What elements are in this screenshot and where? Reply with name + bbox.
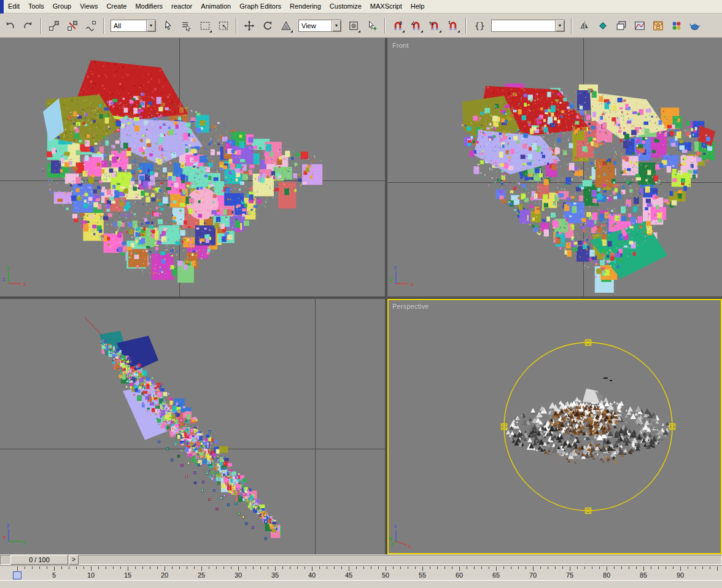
viewport-left[interactable]: zyx [0, 299, 385, 554]
rectangular-selection-icon[interactable] [197, 18, 213, 34]
menu-rendering[interactable]: Rendering [285, 0, 325, 13]
window-crossing-icon[interactable] [215, 18, 231, 34]
viewport-canvas-left[interactable] [0, 299, 385, 554]
render-setup-icon[interactable] [687, 18, 703, 34]
ruler-tick [526, 567, 526, 569]
next-frame-button[interactable]: > [69, 555, 79, 565]
ruler-tick [518, 567, 519, 569]
select-and-scale-icon[interactable] [278, 18, 294, 34]
chevron-down-icon[interactable]: ▼ [555, 20, 564, 31]
menu-maxscript[interactable]: MAXScript [366, 0, 406, 13]
ruler-tick [246, 567, 246, 569]
layer-manager-icon[interactable] [613, 18, 629, 34]
named-selection-sets-icon[interactable]: {} [471, 18, 487, 34]
ruler-label-80: 80 [603, 571, 610, 579]
curve-editor-icon[interactable] [632, 18, 648, 34]
main-toolbar: All▼View▼3%{}▼ [0, 14, 722, 38]
spinner-snap-icon[interactable] [445, 18, 461, 34]
ruler-tick [717, 567, 718, 571]
svg-text:z: z [7, 523, 10, 528]
viewport-perspective[interactable]: Perspective zxy [387, 299, 722, 554]
ruler-tick [651, 567, 651, 569]
menu-create[interactable]: Create [102, 0, 131, 13]
unlink-selection-icon[interactable] [64, 18, 80, 34]
viewport-label-front[interactable]: Front [392, 42, 409, 49]
time-slider[interactable]: 0 / 100 > [0, 554, 722, 565]
ruler-tick [319, 567, 320, 569]
ruler-tick [128, 567, 128, 571]
named-selection-dropdown-value[interactable] [492, 20, 555, 31]
align-icon[interactable] [595, 18, 611, 34]
select-by-name-icon[interactable] [179, 18, 195, 34]
svg-text:x: x [23, 281, 26, 287]
ruler-tick [607, 567, 607, 571]
frame-indicator[interactable] [13, 571, 21, 579]
time-slider-track[interactable] [0, 555, 722, 565]
chevron-down-icon[interactable]: ▼ [332, 20, 341, 31]
ruler-tick [503, 567, 504, 569]
ruler-tick [157, 567, 158, 569]
chevron-down-icon[interactable]: ▼ [146, 20, 155, 31]
ruler-label-25: 25 [198, 571, 205, 579]
viewport-top[interactable]: yxz [0, 38, 385, 296]
material-editor-icon[interactable] [669, 18, 685, 34]
undo-icon[interactable] [2, 18, 18, 34]
select-object-icon[interactable] [160, 18, 176, 34]
schematic-view-icon[interactable] [650, 18, 666, 34]
ruler-label-90: 90 [677, 571, 684, 579]
ruler-tick [444, 567, 445, 569]
menu-modifiers[interactable]: Modifiers [131, 0, 167, 13]
angle-snap-icon[interactable] [408, 18, 424, 34]
bind-to-space-warp-icon[interactable] [83, 18, 99, 34]
ruler-tick [614, 567, 615, 569]
ruler-tick [621, 567, 622, 569]
ruler-tick [422, 567, 423, 571]
menu-graph-editors[interactable]: Graph Editors [235, 0, 285, 13]
svg-text:z: z [394, 523, 397, 529]
svg-text:{}: {} [475, 21, 484, 31]
percent-snap-icon[interactable]: % [427, 18, 443, 34]
ruler-tick [334, 567, 335, 569]
select-and-rotate-icon[interactable] [260, 18, 276, 34]
selection-filter-dropdown[interactable]: All▼ [111, 20, 156, 32]
viewport-label-perspective[interactable]: Perspective [392, 303, 429, 310]
use-pivot-point-center-icon[interactable] [346, 18, 362, 34]
mirror-icon[interactable] [576, 18, 592, 34]
axis-tripod: zxy [389, 523, 417, 552]
reference-coordinate-dropdown-value[interactable]: View [299, 20, 332, 31]
ruler-tick [599, 567, 600, 569]
named-selection-dropdown[interactable]: ▼ [491, 20, 565, 32]
menu-views[interactable]: Views [76, 0, 102, 13]
select-and-move-icon[interactable] [241, 18, 257, 34]
viewport-front[interactable]: Front zxy [387, 38, 722, 296]
menu-customize[interactable]: Customize [325, 0, 366, 13]
redo-icon[interactable] [20, 18, 36, 34]
3dsmax-window: EditToolsGroupViewsCreateModifiersreacto… [0, 0, 722, 588]
menu-tools[interactable]: Tools [24, 0, 49, 13]
selection-filter-dropdown-value[interactable]: All [111, 20, 146, 31]
menu-help[interactable]: Help [406, 0, 429, 13]
viewport-canvas-perspective[interactable] [387, 299, 722, 554]
toolbar-separator [465, 18, 467, 34]
ruler-tick [275, 567, 276, 571]
ruler-tick [39, 567, 40, 569]
menu-edit[interactable]: Edit [4, 0, 24, 13]
ruler-tick [577, 567, 578, 569]
reference-coordinate-dropdown[interactable]: View▼ [298, 20, 341, 32]
time-slider-handle[interactable]: 0 / 100 [10, 555, 68, 565]
menu-animation[interactable]: Animation [196, 0, 235, 13]
toolbar-separator [384, 18, 386, 34]
svg-text:z: z [394, 265, 397, 271]
viewport-area: yxz Front zxy zyx Perspective zxy [0, 38, 722, 554]
select-and-link-icon[interactable] [46, 18, 62, 34]
snap-3d-icon[interactable]: 3 [390, 18, 406, 34]
viewport-canvas-top[interactable] [0, 38, 385, 296]
ruler-tick [481, 567, 482, 569]
ruler-tick [305, 567, 305, 569]
menu-group[interactable]: Group [49, 0, 76, 13]
select-and-manipulate-icon[interactable] [364, 18, 380, 34]
track-bar[interactable]: 051015202530354045505560657075808590 [0, 565, 722, 580]
ruler-tick [98, 567, 99, 569]
viewport-canvas-front[interactable] [387, 38, 722, 296]
menu-reactor[interactable]: reactor [167, 0, 196, 13]
